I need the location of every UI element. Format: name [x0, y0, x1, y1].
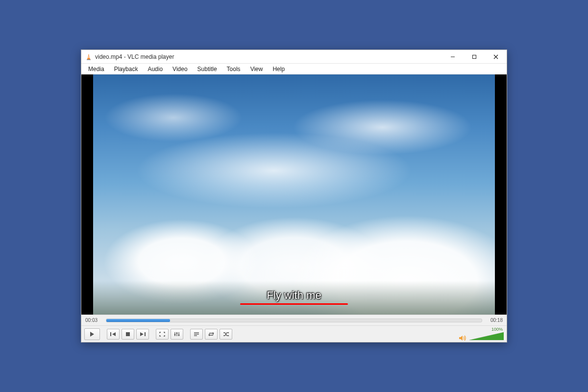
- loop-icon: [208, 332, 214, 337]
- window-title: video.mp4 - VLC media player: [95, 53, 174, 60]
- volume-label: 100%: [491, 327, 503, 332]
- controls-bar: 100%: [81, 325, 507, 342]
- svg-marker-12: [140, 332, 144, 336]
- menu-view[interactable]: View: [245, 64, 268, 74]
- svg-point-19: [178, 334, 180, 336]
- volume-control[interactable]: 100%: [459, 327, 504, 342]
- next-icon: [140, 332, 146, 337]
- maximize-button[interactable]: [464, 50, 485, 63]
- video-area[interactable]: Fly with me: [81, 74, 507, 315]
- svg-point-17: [174, 334, 176, 335]
- close-icon: [493, 54, 498, 59]
- shuffle-button[interactable]: [220, 329, 232, 340]
- fullscreen-button[interactable]: [156, 329, 169, 340]
- svg-marker-0: [87, 54, 90, 59]
- svg-point-18: [176, 332, 178, 334]
- svg-rect-3: [87, 59, 91, 60]
- svg-rect-9: [110, 332, 111, 336]
- play-icon: [90, 331, 95, 337]
- svg-rect-11: [126, 332, 130, 336]
- maximize-icon: [472, 54, 477, 59]
- minimize-icon: [450, 54, 455, 59]
- time-total: 00:18: [486, 318, 503, 323]
- previous-icon: [110, 332, 116, 337]
- extended-settings-button[interactable]: [171, 329, 183, 340]
- close-button[interactable]: [485, 50, 507, 63]
- volume-slider[interactable]: [469, 332, 504, 342]
- play-button[interactable]: [84, 328, 100, 340]
- menu-tools[interactable]: Tools: [222, 64, 245, 74]
- seek-fill: [106, 319, 170, 322]
- menu-playback[interactable]: Playback: [109, 64, 143, 74]
- subtitle-underline-annotation: [240, 303, 348, 305]
- menu-media[interactable]: Media: [83, 64, 109, 74]
- playlist-button[interactable]: [190, 329, 203, 340]
- subtitle-text: Fly with me: [267, 289, 321, 302]
- video-content-sky: [93, 74, 495, 315]
- svg-marker-25: [228, 332, 229, 333]
- stop-button[interactable]: [122, 329, 134, 340]
- svg-marker-10: [112, 332, 116, 336]
- menu-video[interactable]: Video: [168, 64, 192, 74]
- minimize-button[interactable]: [442, 50, 464, 63]
- vlc-window: video.mp4 - VLC media player Media Playb…: [81, 49, 507, 343]
- next-button[interactable]: [136, 329, 149, 340]
- loop-button[interactable]: [205, 329, 218, 340]
- svg-rect-2: [88, 57, 90, 58]
- shuffle-icon: [223, 332, 229, 337]
- menu-subtitle[interactable]: Subtitle: [193, 64, 222, 74]
- menu-audio[interactable]: Audio: [143, 64, 168, 74]
- menu-help[interactable]: Help: [268, 64, 290, 74]
- speaker-icon: [459, 335, 466, 342]
- svg-rect-13: [145, 332, 146, 336]
- window-controls: [442, 50, 507, 63]
- seek-row: 00:03 00:18: [81, 315, 507, 325]
- playlist-icon: [194, 332, 199, 337]
- stop-icon: [125, 332, 130, 337]
- svg-rect-5: [473, 55, 476, 58]
- seek-slider[interactable]: [106, 318, 482, 322]
- svg-rect-1: [88, 56, 90, 56]
- svg-marker-27: [459, 336, 463, 341]
- video-frame: Fly with me: [93, 74, 495, 315]
- fullscreen-icon: [159, 332, 165, 337]
- titlebar[interactable]: video.mp4 - VLC media player: [81, 50, 507, 64]
- svg-marker-8: [90, 332, 94, 337]
- svg-marker-26: [228, 335, 229, 336]
- time-elapsed: 00:03: [85, 318, 102, 323]
- menubar: Media Playback Audio Video Subtitle Tool…: [81, 64, 507, 74]
- previous-button[interactable]: [107, 329, 120, 340]
- extended-settings-icon: [174, 332, 180, 337]
- vlc-cone-icon: [85, 53, 92, 60]
